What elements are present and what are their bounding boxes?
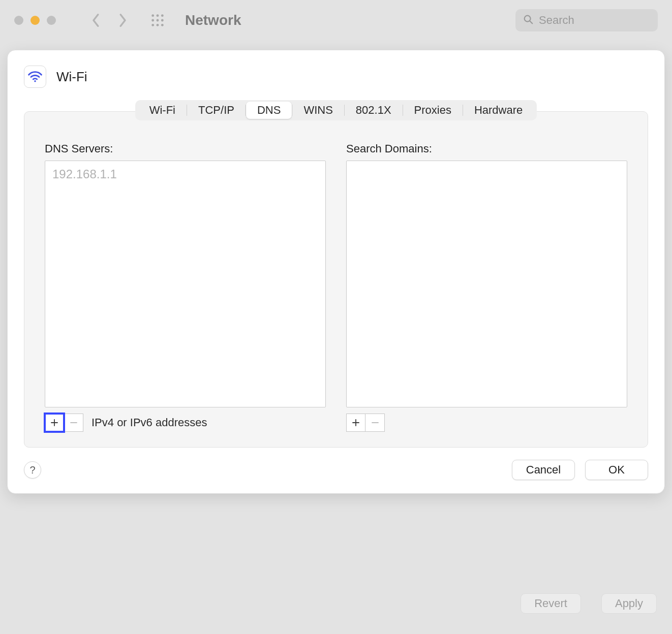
show-all-icon[interactable]	[150, 13, 165, 27]
svg-point-2	[161, 14, 164, 17]
svg-point-0	[151, 14, 154, 17]
ok-button[interactable]: OK	[585, 460, 648, 480]
remove-dns-server-button[interactable]	[64, 414, 83, 432]
search-domains-label: Search Domains:	[346, 142, 627, 155]
search-input[interactable]	[539, 14, 651, 27]
close-window-button[interactable]	[14, 16, 23, 25]
tab-wins[interactable]: WINS	[292, 102, 344, 119]
background-window-actions: Revert Apply	[521, 593, 657, 614]
svg-point-4	[157, 19, 159, 22]
search-domains-column: Search Domains:	[346, 142, 627, 432]
svg-point-11	[34, 80, 36, 82]
settings-tabs: Wi-Fi TCP/IP DNS WINS 802.1X Proxies Har…	[135, 100, 537, 120]
cancel-button[interactable]: Cancel	[512, 460, 575, 480]
svg-point-7	[157, 24, 159, 26]
add-dns-server-button[interactable]	[45, 414, 64, 432]
svg-point-6	[151, 24, 154, 26]
dns-servers-column: DNS Servers: 192.168.1.1	[45, 142, 326, 432]
traffic-lights	[14, 16, 56, 25]
dns-servers-label: DNS Servers:	[45, 142, 326, 155]
tab-8021x[interactable]: 802.1X	[345, 102, 403, 119]
revert-button[interactable]: Revert	[521, 593, 581, 614]
advanced-settings-sheet: Wi-Fi Wi-Fi TCP/IP DNS WINS 802.1X Proxi…	[7, 50, 665, 494]
svg-line-10	[530, 21, 532, 23]
svg-point-5	[161, 19, 164, 22]
search-domains-list[interactable]	[346, 161, 627, 407]
svg-point-8	[161, 24, 164, 26]
apply-button[interactable]: Apply	[601, 593, 657, 614]
tab-proxies[interactable]: Proxies	[403, 102, 463, 119]
connection-name: Wi-Fi	[56, 69, 87, 85]
minimize-window-button[interactable]	[30, 16, 40, 25]
tab-hardware[interactable]: Hardware	[463, 102, 534, 119]
remove-search-domain-button[interactable]	[365, 414, 385, 432]
dns-hint: IPv4 or IPv6 addresses	[91, 416, 207, 429]
tab-wifi[interactable]: Wi-Fi	[138, 102, 187, 119]
wifi-icon	[24, 66, 46, 88]
zoom-window-button[interactable]	[47, 16, 56, 25]
add-search-domain-button[interactable]	[346, 414, 365, 432]
svg-point-1	[157, 14, 159, 17]
search-field-wrap[interactable]	[515, 9, 658, 31]
titlebar: Network	[0, 0, 672, 41]
forward-button[interactable]	[116, 14, 129, 27]
search-icon	[523, 14, 534, 27]
svg-point-3	[151, 19, 154, 22]
tab-dns[interactable]: DNS	[246, 102, 292, 119]
dns-server-entry[interactable]: 192.168.1.1	[51, 165, 319, 183]
help-button[interactable]: ?	[24, 461, 41, 479]
dns-servers-list[interactable]: 192.168.1.1	[45, 161, 326, 407]
tab-tcpip[interactable]: TCP/IP	[187, 102, 246, 119]
window-title: Network	[185, 12, 241, 28]
back-button[interactable]	[89, 14, 103, 27]
